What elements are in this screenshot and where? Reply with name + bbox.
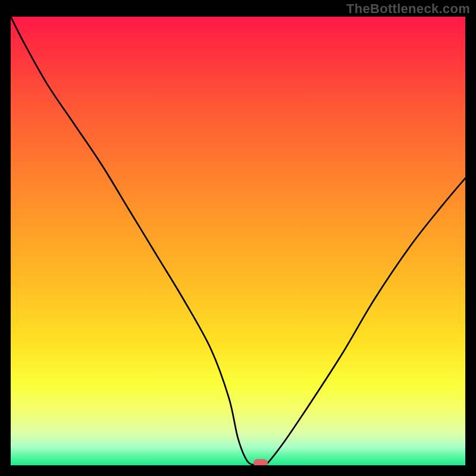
chart-frame: TheBottleneck.com [0,0,476,476]
bottleneck-curve [11,17,465,465]
optimum-marker [253,459,268,465]
plot-area [11,17,465,465]
curve-svg [11,17,465,465]
watermark-text: TheBottleneck.com [346,1,470,17]
